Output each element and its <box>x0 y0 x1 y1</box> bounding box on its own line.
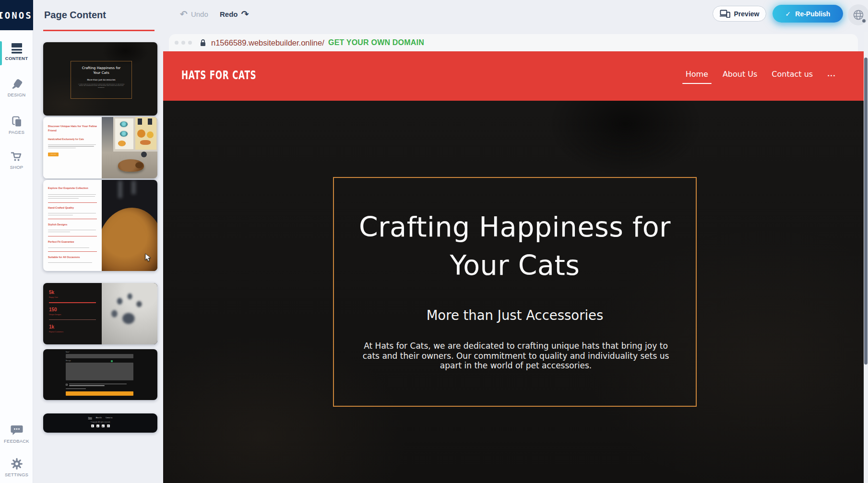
section-thumbnail-collection[interactable]: Explore Our Exquisite Collection Hand-Cr… <box>43 180 157 271</box>
undo-arrow-icon: ↶ <box>180 9 188 19</box>
stat-value: 1k <box>49 324 54 330</box>
form-status-icon <box>111 360 113 362</box>
design-icon <box>11 78 23 90</box>
thumb-form-name-label: Name* <box>66 352 70 353</box>
thumb-hero-title: Crafting Happiness forYour Cats <box>82 66 121 75</box>
page-content-panel: Page Content Crafting Happiness forYour … <box>33 0 163 483</box>
devices-icon <box>720 10 730 18</box>
twitter-icon: x <box>96 424 99 427</box>
scrollbar-thumb[interactable] <box>864 58 868 365</box>
sidebar-item-shop[interactable]: SHOP <box>0 151 33 170</box>
checkmark-icon: ✓ <box>785 10 791 18</box>
sidebar-item-label: SHOP <box>10 165 24 170</box>
hero-body-text: At Hats for Cats, we are dedicated to cr… <box>357 341 674 371</box>
site-nav: Home About Us Contact us ... <box>686 70 836 79</box>
sidebar-item-label: CONTENT <box>5 56 28 61</box>
thumb-collection-heading: Perfect Fit Guarantee <box>48 240 74 243</box>
section-thumbnail-shop[interactable]: Discover Unique Hats for Your Feline Fri… <box>43 117 157 178</box>
thumb-footer-nav: Home About Us Contact us <box>43 417 157 419</box>
thumb-footer-copyright: ©Copyright. All rights reserved. <box>43 421 157 423</box>
sidebar-item-label: PAGES <box>9 130 24 135</box>
sidebar-item-label: FEEDBACK <box>4 438 29 444</box>
section-thumbnail-contact[interactable]: Name* Message <box>43 349 157 400</box>
thumb-form-name-input <box>66 354 133 358</box>
get-domain-link[interactable]: GET YOUR OWN DOMAIN <box>328 38 424 47</box>
facebook-icon: f <box>91 424 94 427</box>
thumb-hero-body: At Hats for Cats, we are dedicated to cr… <box>76 83 127 88</box>
shop-cart-icon <box>10 151 23 163</box>
cart-wheel <box>141 152 147 157</box>
sidebar-item-label: DESIGN <box>8 92 26 97</box>
sidebar-item-design[interactable]: DESIGN <box>0 78 33 97</box>
panel-title: Page Content <box>44 10 106 21</box>
mouse-cursor <box>145 253 152 262</box>
section-thumbnail-stats[interactable]: 5k Happy Cats 150 Unique Designs 1k Repe… <box>43 283 157 344</box>
nav-more-menu[interactable]: ... <box>827 71 836 78</box>
content-icon <box>11 42 23 54</box>
thumb-stats-pane: 5k Happy Cats 150 Unique Designs 1k Repe… <box>43 283 102 344</box>
feedback-bubble-icon <box>10 424 24 436</box>
thumb-hero-subtitle: More than Just Accessories <box>87 79 116 81</box>
stat-label: Happy Cats <box>49 296 58 298</box>
thumb-shop-heading: Discover Unique Hats for Your Feline Fri… <box>48 124 97 132</box>
lock-icon <box>200 39 206 47</box>
window-control-dots <box>175 41 192 45</box>
stat-label: Unique Designs <box>49 314 61 316</box>
nav-home[interactable]: Home <box>686 70 708 79</box>
settings-gear-icon <box>11 458 23 470</box>
thumb-collection-list: Explore Our Exquisite Collection Hand-Cr… <box>43 180 102 271</box>
sidebar-item-feedback[interactable]: FEEDBACK <box>0 424 33 444</box>
thumb-form-checkbox <box>66 384 68 386</box>
sidebar-item-content[interactable]: CONTENT <box>0 42 33 61</box>
thumb-form-submit-button <box>66 391 133 396</box>
cat-figure <box>118 159 144 172</box>
pages-icon <box>11 115 23 128</box>
ionos-logo-text: IONOS <box>0 10 33 21</box>
thumb-collection-heading: Stylish Designs <box>48 223 67 226</box>
app-sidebar: IONOS CONTENT DESIGN PAGES SHOP FEEDBAC <box>0 0 33 483</box>
panel-title-underline <box>43 30 155 31</box>
thumb-collection-heading: Hand-Crafted Quality <box>48 206 74 209</box>
site-hero-section[interactable]: Crafting Happiness forYour Cats More tha… <box>163 101 864 483</box>
republish-button[interactable]: ✓ Re-Publish <box>773 5 843 23</box>
hero-content-box[interactable]: Crafting Happiness forYour Cats More tha… <box>333 177 697 407</box>
redo-arrow-icon: ↷ <box>241 9 249 19</box>
thumb-shop-text-pane: Discover Unique Hats for Your Feline Fri… <box>43 117 102 178</box>
preview-button[interactable]: Preview <box>713 6 766 22</box>
section-thumbnail-footer[interactable]: Home About Us Contact us ©Copyright. All… <box>43 413 157 433</box>
sidebar-item-label: SETTINGS <box>5 472 28 477</box>
thumb-footer-social-icons: f x ▸ ◻ <box>43 424 157 427</box>
instagram-icon: ◻ <box>107 424 110 427</box>
section-thumbnail-hero[interactable]: Crafting Happiness forYour Cats More tha… <box>43 42 157 116</box>
language-globe-button[interactable] <box>848 4 868 25</box>
text-placeholder-lines <box>48 144 96 149</box>
sidebar-item-pages[interactable]: PAGES <box>0 115 33 135</box>
thumb-hero-box: Crafting Happiness forYour Cats More tha… <box>71 61 132 99</box>
sidebar-item-settings[interactable]: SETTINGS <box>0 458 33 477</box>
thumb-collection-heading: Suitable for All Occasions <box>48 256 80 259</box>
thumb-form-message-label: Message <box>66 360 71 362</box>
nav-about[interactable]: About Us <box>723 70 757 79</box>
undo-button[interactable]: ↶ Undo <box>180 8 208 20</box>
thumb-shop-now-button: Shop Now <box>48 153 59 156</box>
hero-title: Crafting Happiness forYour Cats <box>334 208 696 284</box>
paw-print <box>106 291 150 339</box>
stat-label: Repeat Customers <box>49 331 63 333</box>
thumb-collection-heading: Explore Our Exquisite Collection <box>48 187 88 189</box>
site-header[interactable]: HATS FOR CATS Home About Us Contact us .… <box>163 51 864 101</box>
site-url[interactable]: n1566589.websitebuilder.online/ <box>211 38 324 47</box>
ionos-logo[interactable]: IONOS <box>0 0 33 30</box>
thumb-shop-cat-photo <box>102 117 157 178</box>
food-cart <box>113 117 157 152</box>
hero-subtitle: More than Just Accessories <box>334 307 696 323</box>
stat-value: 150 <box>49 307 57 312</box>
browser-url-bar: n1566589.websitebuilder.online/ GET YOUR… <box>169 34 858 51</box>
text-placeholder-lines <box>69 384 127 387</box>
youtube-icon: ▸ <box>102 424 105 427</box>
stat-value: 5k <box>49 290 54 295</box>
site-brand-logo[interactable]: HATS FOR CATS <box>181 69 256 82</box>
redo-button[interactable]: Redo ↷ <box>220 8 249 20</box>
thumb-pawprint-photo <box>102 283 157 344</box>
thumb-shop-subheading: Handcrafted Exclusively for Cats <box>48 138 84 141</box>
nav-contact[interactable]: Contact us <box>772 70 813 79</box>
